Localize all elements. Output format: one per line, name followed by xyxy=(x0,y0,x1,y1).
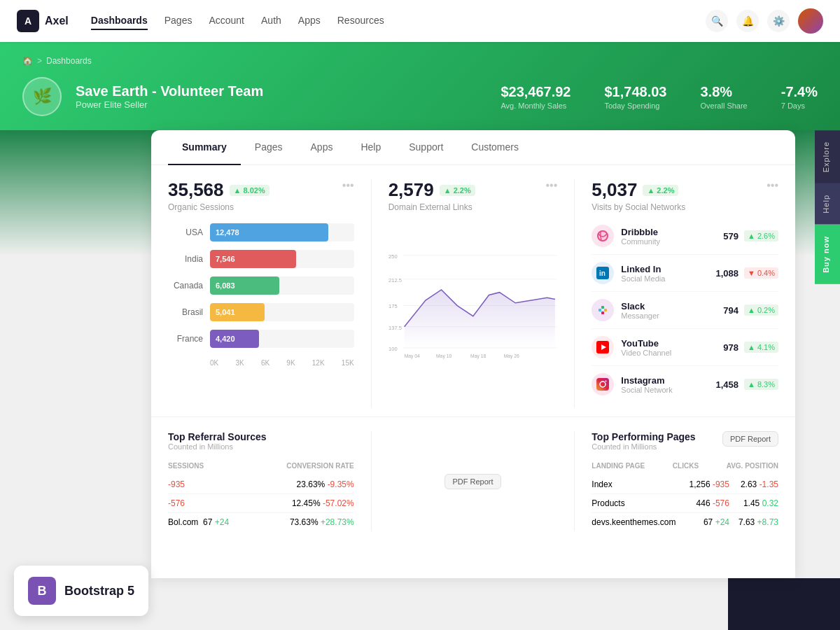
hero-stat-3: -7.4% 7 Days xyxy=(781,84,818,110)
instagram-type: Social Network xyxy=(621,386,715,394)
stat-value-1: $1,748.03 xyxy=(605,84,667,100)
bootstrap-watermark: B Bootstrap 5 xyxy=(14,566,148,616)
linkedin-type: Social Media xyxy=(621,274,715,283)
youtube-icon xyxy=(592,336,614,358)
dribbble-type: Community xyxy=(621,237,723,246)
hero-stat-0: $23,467.92 Avg. Monthly Sales xyxy=(500,84,570,110)
nav-dashboards[interactable]: Dashboards xyxy=(91,12,148,30)
domain-value: 2,579 xyxy=(388,179,434,201)
user-avatar[interactable] xyxy=(798,8,823,34)
performing-header: LANDING PAGE CLICKS AVG. POSITION xyxy=(592,462,778,470)
dribbble-change: ▲ 2.6% xyxy=(744,230,778,241)
linkedin-count: 1,088 xyxy=(715,268,738,279)
social-slack: Slack Messanger 794 ▲ 0.2% xyxy=(592,292,778,329)
performing-title: Top Performing Pages xyxy=(592,431,695,442)
domain-label: Domain External Links xyxy=(388,202,475,212)
tab-customers[interactable]: Customers xyxy=(457,130,533,165)
bar-india: India 7,546 xyxy=(168,250,354,268)
tab-support[interactable]: Support xyxy=(395,130,457,165)
tabs-bar: Summary Pages Apps Help Support Customer… xyxy=(151,130,795,165)
line-chart-svg: 250 212.5 175 137.5 100 xyxy=(388,223,558,377)
brand[interactable]: A Axel xyxy=(17,10,69,32)
slack-change: ▲ 0.2% xyxy=(744,304,778,316)
bar-canada: Canada 6,083 xyxy=(168,276,354,295)
pdf-report-button[interactable]: PDF Report xyxy=(444,474,500,489)
hero-text: Save Earth - Volunteer Team Power Elite … xyxy=(76,83,263,110)
metric1-menu[interactable]: ••• xyxy=(342,179,354,192)
tab-summary[interactable]: Summary xyxy=(168,130,241,165)
stat-label-3: 7 Days xyxy=(781,102,818,110)
social-label: Visits by Social Networks xyxy=(592,202,685,212)
stat-value-3: -7.4% xyxy=(781,84,818,100)
slack-count: 794 xyxy=(723,305,738,316)
svg-text:May 10: May 10 xyxy=(436,354,451,359)
org-name: Save Earth - Volunteer Team xyxy=(76,83,263,99)
svg-text:in: in xyxy=(599,270,606,277)
referral-subtitle: Counted in Millions xyxy=(168,442,267,451)
svg-rect-24 xyxy=(596,378,609,391)
referral-title: Top Referral Sources xyxy=(168,431,267,442)
svg-text:May 26: May 26 xyxy=(503,354,519,359)
buy-now-button[interactable]: Buy now xyxy=(815,225,840,284)
explore-button[interactable]: Explore xyxy=(815,130,840,183)
hero-stat-1: $1,748.03 Today Spending xyxy=(605,84,667,110)
referral-row-0: -935 23.63% -9.35% xyxy=(168,475,354,494)
nav-auth[interactable]: Auth xyxy=(261,12,281,30)
metric-organic: 35,568 ▲ 8.02% Organic Sessions ••• USA xyxy=(168,179,372,408)
metric3-menu[interactable]: ••• xyxy=(766,179,778,192)
svg-point-26 xyxy=(606,381,607,382)
help-button[interactable]: Help xyxy=(815,183,840,225)
svg-rect-18 xyxy=(598,309,601,312)
linkedin-change: ▼ 0.4% xyxy=(744,267,778,279)
performing-section: Top Performing Pages Counted in Millions… xyxy=(575,431,778,531)
hero-banner: 🏠 > Dashboards 🌿 Save Earth - Volunteer … xyxy=(0,42,840,130)
notifications-button[interactable]: 🔔 xyxy=(736,10,759,32)
pdf-report-button-2[interactable]: PDF Report xyxy=(722,431,778,447)
referral-section: Top Referral Sources Counted in Millions… xyxy=(168,431,372,531)
bar-chart: USA 12,478 India 7,546 Canad xyxy=(168,223,354,367)
organic-badge: ▲ 8.02% xyxy=(230,185,270,196)
hero-content: 🌿 Save Earth - Volunteer Team Power Elit… xyxy=(22,77,818,116)
referral-row-2: Bol.com 67 +24 73.63% +28.73% xyxy=(168,513,354,531)
tab-apps[interactable]: Apps xyxy=(297,130,347,165)
slack-type: Messanger xyxy=(621,312,723,320)
svg-text:175: 175 xyxy=(388,303,398,309)
svg-rect-21 xyxy=(601,312,604,314)
dribbble-icon xyxy=(592,225,614,247)
svg-text:212.5: 212.5 xyxy=(388,277,402,284)
youtube-type: Video Channel xyxy=(621,349,723,357)
content-card: Summary Pages Apps Help Support Customer… xyxy=(151,130,795,578)
hero-logo: 🌿 xyxy=(22,77,62,116)
nav-account[interactable]: Account xyxy=(209,12,244,30)
social-youtube: YouTube Video Channel 978 ▲ 4.1% xyxy=(592,329,778,366)
home-icon: 🏠 xyxy=(22,56,33,66)
instagram-name: Instagram xyxy=(621,375,715,386)
performing-row-0: Index 1,256 -935 2.63 -1.35 xyxy=(592,475,778,494)
dribbble-name: Dribbble xyxy=(621,227,723,237)
breadcrumb-current: Dashboards xyxy=(46,56,92,66)
pdf-section: PDF Report xyxy=(372,431,575,531)
tab-pages[interactable]: Pages xyxy=(241,130,297,165)
tab-help[interactable]: Help xyxy=(346,130,395,165)
org-subtitle: Power Elite Seller xyxy=(76,99,263,110)
svg-text:May 04: May 04 xyxy=(404,354,419,359)
nav-pages[interactable]: Pages xyxy=(164,12,192,30)
instagram-count: 1,458 xyxy=(715,379,738,390)
nav-resources[interactable]: Resources xyxy=(337,12,384,30)
bar-axis: 0K 3K 6K 9K 12K 15K xyxy=(168,356,354,367)
svg-text:250: 250 xyxy=(388,253,398,260)
line-chart: 250 212.5 175 137.5 100 xyxy=(388,223,558,380)
brand-name: Axel xyxy=(45,15,69,27)
search-button[interactable]: 🔍 xyxy=(706,10,728,32)
stat-label-0: Avg. Monthly Sales xyxy=(500,102,570,110)
svg-rect-20 xyxy=(604,309,607,312)
settings-button[interactable]: ⚙️ xyxy=(767,10,790,32)
metric2-menu[interactable]: ••• xyxy=(546,179,558,192)
svg-text:137.5: 137.5 xyxy=(388,325,402,331)
svg-rect-19 xyxy=(601,306,604,309)
slack-icon xyxy=(592,299,614,321)
nav-apps[interactable]: Apps xyxy=(298,12,321,30)
linkedin-name: Linked In xyxy=(621,264,715,274)
referral-row-1: -576 12.45% -57.02% xyxy=(168,494,354,513)
social-list: Dribbble Community 579 ▲ 2.6% in Linke xyxy=(592,212,778,408)
